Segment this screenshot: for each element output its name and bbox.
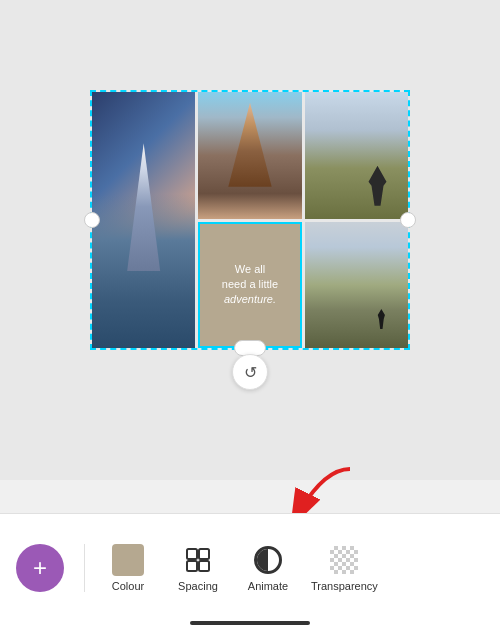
handle-right[interactable] xyxy=(400,212,416,228)
handle-left[interactable] xyxy=(84,212,100,228)
collage-cell-top-right-silhouette[interactable] xyxy=(305,92,408,219)
rotate-button[interactable]: ↺ xyxy=(232,354,268,390)
colour-label: Colour xyxy=(112,580,144,592)
transparency-label: Transparency xyxy=(311,580,378,592)
collage-cell-bottom-right-person[interactable] xyxy=(305,222,408,349)
toolbar-item-spacing[interactable]: Spacing xyxy=(163,540,233,596)
colour-swatch-icon xyxy=(112,544,144,576)
svg-rect-1 xyxy=(187,549,197,559)
collage-cell-top-mountain[interactable] xyxy=(198,92,301,219)
svg-rect-3 xyxy=(187,561,197,571)
svg-rect-4 xyxy=(199,561,209,571)
collage-text-content: We all need a little adventure. xyxy=(214,254,286,316)
toolbar-item-transparency[interactable]: Transparency xyxy=(303,540,386,596)
home-indicator xyxy=(190,621,310,625)
collage-border: We all need a little adventure. xyxy=(90,90,410,350)
toolbar-item-colour[interactable]: Colour xyxy=(93,540,163,596)
transparency-icon xyxy=(328,544,360,576)
collage-grid: We all need a little adventure. xyxy=(92,92,408,348)
animate-icon xyxy=(252,544,284,576)
svg-rect-2 xyxy=(199,549,209,559)
text-line2: need a little xyxy=(222,278,278,290)
add-button[interactable]: + xyxy=(16,544,64,592)
add-icon: + xyxy=(33,554,47,582)
spacing-label: Spacing xyxy=(178,580,218,592)
collage-wrapper[interactable]: We all need a little adventure. ↺ xyxy=(90,90,410,350)
collage-cell-left-mountain[interactable] xyxy=(92,92,195,348)
text-line1: We all xyxy=(235,263,265,275)
spacing-icon xyxy=(182,544,214,576)
text-line3: adventure. xyxy=(224,293,276,305)
canvas-area: We all need a little adventure. ↺ xyxy=(0,0,500,480)
bottom-toolbar: + Colour Spacing Anima xyxy=(0,513,500,633)
collage-cell-text[interactable]: We all need a little adventure. xyxy=(198,222,301,349)
toolbar-items: + Colour Spacing Anima xyxy=(0,514,500,621)
toolbar-divider xyxy=(84,544,85,592)
toolbar-item-animate[interactable]: Animate xyxy=(233,540,303,596)
animate-label: Animate xyxy=(248,580,288,592)
